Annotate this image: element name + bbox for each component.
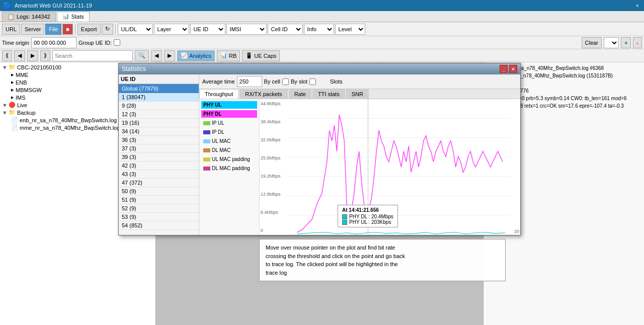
sidebar-item[interactable]: 42 (3) — [119, 161, 199, 170]
tab-throughput[interactable]: Throughput — [199, 89, 238, 99]
tab-rxtx[interactable]: RX/TX packets — [239, 89, 287, 99]
layer-select[interactable]: LayerPHYMAC — [154, 24, 189, 35]
cellid-select[interactable]: Cell ID — [268, 24, 303, 35]
chart-tooltip: At 14:41:21.656 PHY DL : 20.4Mbps PHY UL… — [338, 205, 398, 227]
sidebar-item[interactable]: 47 (372) — [119, 179, 199, 187]
folder-icon: 📁 — [9, 64, 16, 70]
group-ueid-checkbox[interactable] — [114, 39, 120, 46]
tab-tti-stats[interactable]: TTI stats — [312, 89, 345, 99]
sidebar-item[interactable]: 54 (852) — [119, 221, 199, 230]
legend-phydl: PHY DL — [203, 111, 222, 117]
rb-button[interactable]: 📊 RB — [217, 50, 240, 61]
sidebar-global-header[interactable]: Global (77879) — [119, 84, 199, 93]
throughput-chart[interactable] — [287, 99, 510, 235]
nav-end-button[interactable]: ⟫ — [40, 50, 50, 61]
sidebar-item[interactable]: 1 (38047) — [119, 93, 199, 102]
file-button[interactable]: File — [45, 24, 61, 35]
nav-prev-button[interactable]: ◀ — [14, 50, 25, 61]
level-select[interactable]: Level — [335, 24, 365, 35]
sidebar-item[interactable]: 52 (9) — [119, 204, 199, 213]
expand-arrow: ▼ — [2, 102, 8, 108]
xaxis-end: 20 — [513, 228, 520, 235]
yaxis-label-6: 38.4Mbps — [261, 119, 286, 124]
modal-tabs: Throughput RX/TX packets Rate TTI stats … — [199, 89, 520, 99]
sidebar-item[interactable]: 51 (9) — [119, 196, 199, 204]
clear-options[interactable] — [604, 37, 619, 48]
ueid-select[interactable]: UE ID19 — [190, 24, 225, 35]
avg-time-input[interactable] — [237, 76, 262, 87]
legend-dlmac: DL MAC — [212, 147, 230, 153]
stats-icon: 📊 — [62, 13, 69, 20]
export-button[interactable]: Export — [77, 24, 101, 35]
modal-title-text: Statistics — [122, 65, 146, 72]
analytics-button[interactable]: 📈 Analytics — [177, 50, 215, 61]
sidebar-item[interactable]: 34 (14) — [119, 127, 199, 136]
modal-close-button[interactable]: × — [509, 65, 517, 73]
sidebar-item[interactable]: 39 (3) — [119, 153, 199, 161]
add-button[interactable]: + — [621, 37, 631, 48]
yaxis-label-1: 6.4Mbps — [261, 210, 286, 215]
tab-stats[interactable]: 📊 Stats — [57, 12, 90, 22]
info-tooltip: Move over mouse pointer on the plot and … — [259, 239, 506, 281]
bycell-checkbox[interactable] — [282, 78, 289, 85]
tab-rate[interactable]: Rate — [289, 89, 311, 99]
nav-prev2-button[interactable]: ◀ — [151, 50, 162, 61]
time-origin-input[interactable] — [31, 37, 76, 48]
item-icon: ▸ — [11, 71, 14, 78]
yaxis-label-3: 19.2Mbps — [261, 174, 286, 179]
sidebar-items: 1 (38047)9 (28)12 (3)19 (16)34 (14)36 (3… — [119, 93, 199, 230]
backup-icon: 📁 — [9, 109, 16, 116]
sidebar-item[interactable]: 9 (28) — [119, 102, 199, 110]
sidebar-item[interactable]: 19 (16) — [119, 119, 199, 127]
server-button[interactable]: Server — [21, 24, 44, 35]
item-icon: ▸ — [11, 94, 14, 101]
tab-bar: 📋 Logs: 144342 📊 Stats — [0, 11, 644, 22]
item-icon: ▸ — [11, 79, 14, 86]
toolbar-2: Time origin Group UE ID: Clear + - — [0, 36, 644, 49]
stop-button[interactable]: ■ — [62, 24, 73, 35]
close-icon[interactable]: × — [634, 3, 641, 9]
nav-next2-button[interactable]: ▶ — [164, 50, 175, 61]
tooltip-phydl: PHY DL : 20.4Mbps — [342, 214, 393, 219]
byslot-label: By slot — [291, 78, 307, 85]
nav-next-button[interactable]: ▶ — [27, 50, 38, 61]
search-input[interactable] — [52, 50, 133, 61]
url-button[interactable]: URL — [2, 24, 20, 35]
uecaps-button[interactable]: 📱 UE Caps — [242, 50, 280, 61]
legend-ipul: IP UL — [212, 120, 224, 126]
logs-icon: 📋 — [8, 14, 15, 20]
byslot-checkbox[interactable] — [309, 78, 316, 85]
sidebar-item[interactable]: 43 (3) — [119, 170, 199, 179]
modal-controls: Average time By cell By slot Slots — [199, 74, 520, 89]
legend-dlmacpadding: DL MAC padding — [212, 166, 250, 171]
sidebar-item[interactable]: 37 (3) — [119, 144, 199, 153]
toolbar-3: ⟪ ◀ ▶ ⟫ 🔍 ◀ ▶ 📈 Analytics 📊 RB 📱 UE Caps — [0, 49, 644, 62]
refresh-button[interactable]: ↻ — [102, 24, 113, 35]
sidebar-item[interactable]: 36 (3) — [119, 136, 199, 144]
nav-back-button[interactable]: ⟪ — [2, 50, 12, 61]
expand-arrow: ▼ — [2, 110, 8, 116]
modal-body: UE ID Global (77879) 1 (38047)9 (28)12 (… — [119, 74, 520, 235]
chart-legend: PHY UL PHY DL IP UL IP DL — [199, 99, 260, 235]
minus-button[interactable]: - — [633, 37, 642, 48]
tab-snr[interactable]: SNR — [346, 89, 369, 99]
rb-icon: 📊 — [220, 52, 227, 59]
sidebar-item[interactable]: 12 (3) — [119, 110, 199, 119]
info-select[interactable]: Info — [304, 24, 334, 35]
uldl-select[interactable]: UL/DLULDL — [118, 24, 153, 35]
tab-logs[interactable]: 📋 Logs: 144342 — [2, 12, 56, 22]
file-icon: 📄 — [11, 124, 18, 131]
imsi-select[interactable]: IMSI — [226, 24, 267, 35]
modal-minimize-button[interactable]: _ — [500, 65, 508, 73]
uecaps-icon: 📱 — [246, 52, 253, 59]
clear-button[interactable]: Clear — [582, 37, 602, 48]
sidebar-item[interactable]: 50 (9) — [119, 187, 199, 196]
group-ueid-label: Group UE ID: — [78, 40, 112, 46]
live-icon: 🔴 — [9, 102, 16, 108]
tooltip-phyul: PHY UL : 203Kbps — [342, 219, 393, 225]
time-origin-label: Time origin — [2, 40, 29, 46]
search-button[interactable]: 🔍 — [135, 50, 149, 61]
sidebar-item[interactable]: 53 (9) — [119, 213, 199, 221]
yaxis-label-5: 32.0Mbps — [261, 137, 286, 142]
yaxis-label-0: 0 — [261, 228, 286, 233]
